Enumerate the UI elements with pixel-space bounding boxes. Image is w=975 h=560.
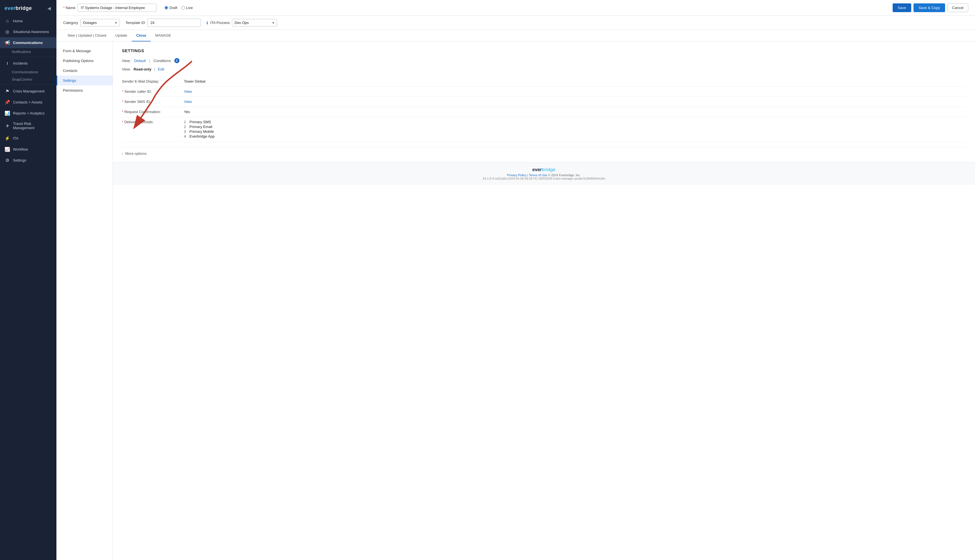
table-row: Sender E-Mail Display: Tower Global xyxy=(122,77,966,87)
sidebar-item-incidents[interactable]: ! Incidents xyxy=(0,58,57,68)
sub-nav-form-message[interactable]: Form & Message xyxy=(57,46,113,56)
sidebar-item-travel-risk[interactable]: ✈ Travel Risk Management xyxy=(0,119,57,133)
draft-radio-label[interactable]: Draft xyxy=(164,6,177,10)
sidebar-item-label: Situational Awareness xyxy=(13,30,49,34)
view-mode-label: View: xyxy=(122,67,131,71)
conditions-label[interactable]: Conditions xyxy=(154,58,171,63)
sidebar-item-snapcomms[interactable]: SnapComms xyxy=(0,76,57,83)
view-mode-value: Read-only xyxy=(134,67,152,71)
more-options-row[interactable]: › More options xyxy=(122,147,966,156)
template-id-label: Template ID xyxy=(125,21,145,25)
live-radio[interactable] xyxy=(181,6,185,10)
sub-nav-settings[interactable]: Settings xyxy=(57,75,113,85)
sub-nav-publishing-options[interactable]: Publishing Options xyxy=(57,56,113,66)
settings-title: SETTINGS xyxy=(122,48,966,53)
sidebar-item-workflow[interactable]: 📈 Workflow xyxy=(0,144,57,155)
footer-info-icon: ℹ xyxy=(553,177,555,180)
privacy-policy-link[interactable]: Privacy Policy xyxy=(507,173,526,177)
name-field-group: * Name xyxy=(63,4,157,12)
sidebar-item-communications-sub[interactable]: Communications xyxy=(0,68,57,76)
tab-update[interactable]: Update xyxy=(111,30,132,42)
view-mode-row: View: Read-only | Edit xyxy=(122,67,966,71)
template-id-input[interactable] xyxy=(147,18,201,27)
sidebar-collapse-button[interactable]: ◀ xyxy=(46,5,52,12)
table-row: * Request Confirmation: Yes xyxy=(122,107,966,117)
travel-icon: ✈ xyxy=(5,123,10,128)
save-button[interactable]: Save xyxy=(893,3,911,12)
sidebar-item-notifications[interactable]: Notifications xyxy=(0,48,57,55)
footer-version: 24.1.0.4-ca31a5d-2024-03-06-06:56 FE-VER… xyxy=(117,177,970,180)
sub-nav-permissions[interactable]: Permissions xyxy=(57,85,113,95)
category-select[interactable]: Outages xyxy=(80,19,120,27)
save-copy-button[interactable]: Save & Copy xyxy=(913,3,945,12)
sidebar-item-label: Workflow xyxy=(13,147,28,152)
crisis-icon: ⚑ xyxy=(5,88,10,94)
situational-awareness-icon: ◎ xyxy=(5,29,10,34)
ita-process-select-wrapper: Dev Ops ▼ xyxy=(232,19,277,27)
ita-icon: ⚡ xyxy=(5,136,10,141)
footer: everbridge Privacy Policy | Terms of Use… xyxy=(113,162,975,185)
sidebar-sub-label: SnapComms xyxy=(12,78,32,82)
list-item: 4 Everbridge App xyxy=(184,134,966,138)
cancel-button[interactable]: Cancel xyxy=(947,3,968,12)
category-label: Category xyxy=(63,21,78,25)
name-required: * xyxy=(63,6,65,10)
home-icon: ⌂ xyxy=(5,18,10,23)
view-separator: | xyxy=(149,58,150,63)
sidebar-item-situational-awareness[interactable]: ◎ Situational Awareness xyxy=(0,26,57,37)
sub-navigation: Form & Message Publishing Options Contac… xyxy=(57,42,113,560)
sidebar-item-label: ITA xyxy=(13,136,18,140)
sub-nav-contacts[interactable]: Contacts xyxy=(57,66,113,75)
field-value-request-confirmation: Yes xyxy=(184,107,966,117)
field-label-delivery-methods: * Delivery methods: xyxy=(122,117,184,142)
sender-caller-view-link[interactable]: View xyxy=(184,89,192,93)
category-field-group: Category Outages ▼ xyxy=(63,19,120,27)
ita-info-icon: ℹ xyxy=(207,21,208,25)
top-bar: * Name Draft Live Save Save & Copy Cance… xyxy=(57,0,975,16)
terms-of-use-link[interactable]: Terms of Use xyxy=(529,173,547,177)
footer-links: Privacy Policy | Terms of Use © 2024 Eve… xyxy=(117,173,970,177)
workflow-icon: 📈 xyxy=(5,147,10,152)
communications-icon: 📢 xyxy=(5,40,10,45)
name-input[interactable] xyxy=(78,4,157,12)
sidebar-item-home[interactable]: ⌂ Home xyxy=(0,15,57,26)
sidebar-item-label: Crisis Management xyxy=(13,89,45,93)
draft-radio[interactable] xyxy=(164,6,168,10)
sidebar-sub-label: Notifications xyxy=(12,50,31,54)
field-label-sender-sms: * Sender SMS ID: xyxy=(122,97,184,107)
live-radio-label[interactable]: Live xyxy=(181,6,193,10)
sidebar-logo-area: everbridge ◀ xyxy=(0,0,57,15)
status-radio-group: Draft Live xyxy=(164,6,193,10)
sidebar-item-crisis-management[interactable]: ⚑ Crisis Management xyxy=(0,86,57,97)
tab-new-updated-closed[interactable]: New | Updated | Closed xyxy=(63,30,111,42)
tab-close[interactable]: Close xyxy=(132,30,151,42)
settings-table: Sender E-Mail Display: Tower Global * Se… xyxy=(122,77,966,142)
sender-sms-view-link[interactable]: View xyxy=(184,100,192,104)
table-row: * Sender SMS ID: View xyxy=(122,97,966,107)
settings-icon: ⚙ xyxy=(5,158,10,163)
ita-process-select[interactable]: Dev Ops xyxy=(232,19,277,27)
sidebar-item-contacts-assets[interactable]: 📌 Contacts + Assets xyxy=(0,97,57,108)
field-label-sender-email: Sender E-Mail Display: xyxy=(122,77,184,87)
edit-link[interactable]: Edit xyxy=(158,67,164,71)
tab-manage[interactable]: MANAGE xyxy=(151,30,175,42)
field-value-delivery-methods: 1 Primary SMS 2 Primary Email 3 Primary … xyxy=(184,117,966,142)
delivery-list: 1 Primary SMS 2 Primary Email 3 Primary … xyxy=(184,120,966,138)
reports-icon: 📊 xyxy=(5,110,10,116)
sidebar-item-settings[interactable]: ⚙ Settings xyxy=(0,155,57,166)
footer-logo: everbridge xyxy=(117,167,970,172)
logo: everbridge xyxy=(5,5,32,11)
sidebar-item-communications[interactable]: 📢 Communications xyxy=(0,37,57,48)
view-row: View: Default | Conditions 0 xyxy=(122,58,966,63)
field-value-sender-caller: View xyxy=(184,87,966,97)
contacts-icon: 📌 xyxy=(5,100,10,105)
sidebar-item-ita[interactable]: ⚡ ITA xyxy=(0,133,57,144)
ita-process-label: ITA Process xyxy=(210,21,230,25)
table-row: * Delivery methods: 1 Primary SMS 2 Prim… xyxy=(122,117,966,142)
default-link[interactable]: Default xyxy=(134,58,146,63)
sidebar-item-reports-analytics[interactable]: 📊 Reports + Analytics xyxy=(0,108,57,119)
conditions-badge: 0 xyxy=(174,58,179,63)
sidebar-item-label: Reports + Analytics xyxy=(13,111,45,115)
sidebar-item-label: Settings xyxy=(13,158,26,162)
second-bar: Category Outages ▼ Template ID ℹ ITA Pro… xyxy=(57,16,975,30)
